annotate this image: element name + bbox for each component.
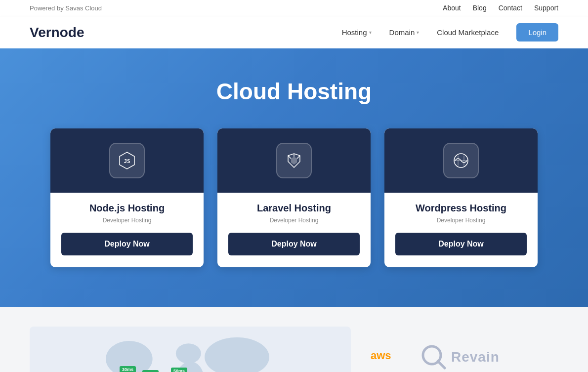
login-button[interactable]: Login <box>516 23 558 41</box>
map-area: 86ms 30ms 53ms 50ms <box>30 327 351 372</box>
laravel-card-title: Laravel Hosting <box>228 203 360 214</box>
hosting-nav-label: Hosting <box>342 28 367 37</box>
svg-point-6 <box>205 337 269 372</box>
hero-title: Cloud Hosting <box>30 78 558 105</box>
wordpress-icon <box>451 151 471 170</box>
bottom-section: 86ms 30ms 53ms 50ms aws Revain Amazon AW… <box>0 307 588 372</box>
ping-dot-53ms: 53ms <box>142 370 159 372</box>
domain-nav-label: Domain <box>389 28 415 37</box>
ping-dot-30ms: 30ms <box>120 366 136 372</box>
wordpress-icon-area <box>384 128 538 193</box>
nodejs-card-body: Node.js Hosting Developer Hosting Deploy… <box>50 193 204 267</box>
wordpress-icon-box <box>443 143 479 178</box>
nodejs-icon: JS <box>117 151 137 170</box>
contact-link[interactable]: Contact <box>499 4 522 12</box>
hosting-chevron-icon: ▾ <box>369 30 372 35</box>
about-link[interactable]: About <box>443 4 461 12</box>
nodejs-card-title: Node.js Hosting <box>61 203 193 214</box>
svg-text:JS: JS <box>124 158 130 165</box>
cards-grid: JS Node.js Hosting Developer Hosting Dep… <box>30 128 558 267</box>
wordpress-card-title: Wordpress Hosting <box>395 203 527 214</box>
nodejs-card: JS Node.js Hosting Developer Hosting Dep… <box>50 128 204 267</box>
hero-section: Cloud Hosting JS Node.js Hosting Develop… <box>0 48 588 307</box>
cloud-marketplace-nav[interactable]: Cloud Marketplace <box>437 28 499 37</box>
wordpress-card-subtitle: Developer Hosting <box>395 217 527 224</box>
laravel-deploy-button[interactable]: Deploy Now <box>228 233 360 255</box>
support-link[interactable]: Support <box>534 4 558 12</box>
laravel-icon-box <box>276 143 312 178</box>
wordpress-card: Wordpress Hosting Developer Hosting Depl… <box>384 128 538 267</box>
topbar: Powered by Savas Cloud About Blog Contac… <box>0 0 588 16</box>
aws-logo-svg: aws <box>371 345 410 365</box>
hosting-nav[interactable]: Hosting ▾ <box>342 28 372 37</box>
svg-line-10 <box>438 361 445 368</box>
q-logo-svg <box>420 343 447 371</box>
topbar-links: About Blog Contact Support <box>443 4 558 12</box>
laravel-icon-area <box>217 128 371 193</box>
ping-dot-50ms: 50ms <box>171 368 187 372</box>
header: Vernode Hosting ▾ Domain ▾ Cloud Marketp… <box>0 16 588 48</box>
main-nav: Hosting ▾ Domain ▾ Cloud Marketplace Log… <box>342 23 558 41</box>
laravel-card: Laravel Hosting Developer Hosting Deploy… <box>217 128 371 267</box>
nodejs-card-subtitle: Developer Hosting <box>61 217 193 224</box>
blog-link[interactable]: Blog <box>473 4 487 12</box>
svg-text:aws: aws <box>371 349 391 362</box>
svg-point-4 <box>176 343 201 364</box>
nodejs-deploy-button[interactable]: Deploy Now <box>61 233 193 255</box>
revain-label: Revain <box>451 349 500 365</box>
nodejs-icon-area: JS <box>50 128 204 193</box>
logos-area: aws Revain Amazon AWS <box>371 327 558 372</box>
laravel-card-body: Laravel Hosting Developer Hosting Deploy… <box>217 193 371 267</box>
powered-by-label: Powered by Savas Cloud <box>30 4 102 12</box>
laravel-icon <box>284 151 304 170</box>
wordpress-card-body: Wordpress Hosting Developer Hosting Depl… <box>384 193 538 267</box>
domain-chevron-icon: ▾ <box>417 30 419 35</box>
revain-logo-group: Revain <box>420 343 500 371</box>
nodejs-icon-box: JS <box>109 143 145 178</box>
laravel-card-subtitle: Developer Hosting <box>228 217 360 224</box>
wordpress-deploy-button[interactable]: Deploy Now <box>395 233 527 255</box>
domain-nav[interactable]: Domain ▾ <box>389 28 420 37</box>
logo[interactable]: Vernode <box>30 25 84 41</box>
aws-logo: aws <box>371 345 410 369</box>
partner-logos: aws Revain <box>371 343 558 371</box>
world-map-svg <box>30 327 351 372</box>
cloud-marketplace-nav-label: Cloud Marketplace <box>437 28 499 37</box>
